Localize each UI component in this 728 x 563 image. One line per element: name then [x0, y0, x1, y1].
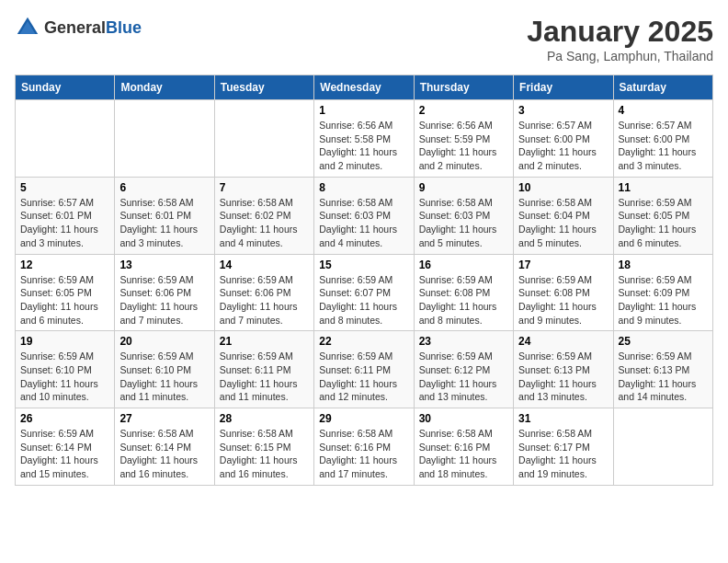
day-number: 5	[20, 181, 109, 194]
day-info: Sunrise: 6:58 AMSunset: 6:03 PMDaylight:…	[419, 196, 508, 250]
calendar-cell: 17Sunrise: 6:59 AMSunset: 6:08 PMDayligh…	[514, 254, 613, 331]
calendar-cell: 3Sunrise: 6:57 AMSunset: 6:00 PMDaylight…	[514, 100, 613, 178]
day-info: Sunrise: 6:57 AMSunset: 6:01 PMDaylight:…	[20, 196, 109, 250]
day-info: Sunrise: 6:56 AMSunset: 5:58 PMDaylight:…	[319, 119, 408, 173]
day-number: 23	[419, 335, 508, 348]
day-number: 21	[220, 335, 309, 348]
title-block: January 2025 Pa Sang, Lamphun, Thailand	[527, 15, 713, 63]
day-number: 1	[319, 104, 408, 117]
day-info: Sunrise: 6:59 AMSunset: 6:11 PMDaylight:…	[220, 350, 309, 404]
calendar-cell: 15Sunrise: 6:59 AMSunset: 6:07 PMDayligh…	[314, 254, 414, 331]
day-number: 4	[619, 104, 708, 117]
day-info: Sunrise: 6:59 AMSunset: 6:08 PMDaylight:…	[419, 273, 508, 327]
day-number: 25	[619, 335, 708, 348]
calendar-cell: 12Sunrise: 6:59 AMSunset: 6:05 PMDayligh…	[16, 254, 115, 331]
calendar-cell	[613, 408, 712, 486]
calendar-cell: 7Sunrise: 6:58 AMSunset: 6:02 PMDaylight…	[214, 177, 313, 254]
day-info: Sunrise: 6:57 AMSunset: 6:00 PMDaylight:…	[518, 119, 608, 173]
calendar-week-row: 5Sunrise: 6:57 AMSunset: 6:01 PMDaylight…	[16, 177, 713, 254]
day-number: 14	[220, 259, 309, 271]
day-number: 20	[119, 335, 209, 348]
day-info: Sunrise: 6:59 AMSunset: 6:10 PMDaylight:…	[20, 350, 109, 404]
day-info: Sunrise: 6:58 AMSunset: 6:16 PMDaylight:…	[319, 427, 408, 481]
logo-icon	[15, 15, 40, 40]
calendar-cell: 8Sunrise: 6:58 AMSunset: 6:03 PMDaylight…	[314, 177, 414, 254]
day-info: Sunrise: 6:58 AMSunset: 6:01 PMDaylight:…	[119, 196, 209, 250]
weekday-header-sunday: Sunday	[16, 75, 115, 100]
day-number: 19	[20, 335, 109, 348]
calendar-cell: 22Sunrise: 6:59 AMSunset: 6:11 PMDayligh…	[314, 331, 414, 408]
day-info: Sunrise: 6:58 AMSunset: 6:16 PMDaylight:…	[419, 427, 508, 481]
day-info: Sunrise: 6:58 AMSunset: 6:14 PMDaylight:…	[119, 427, 209, 481]
day-info: Sunrise: 6:59 AMSunset: 6:11 PMDaylight:…	[319, 350, 408, 404]
day-number: 7	[220, 181, 309, 194]
day-info: Sunrise: 6:58 AMSunset: 6:17 PMDaylight:…	[518, 427, 608, 481]
day-number: 9	[419, 181, 508, 194]
calendar-cell: 30Sunrise: 6:58 AMSunset: 6:16 PMDayligh…	[414, 408, 513, 486]
calendar-cell: 4Sunrise: 6:57 AMSunset: 6:00 PMDaylight…	[613, 100, 712, 178]
day-number: 22	[319, 335, 408, 348]
calendar-cell: 28Sunrise: 6:58 AMSunset: 6:15 PMDayligh…	[214, 408, 313, 486]
calendar-week-row: 26Sunrise: 6:59 AMSunset: 6:14 PMDayligh…	[16, 408, 713, 486]
calendar-cell: 18Sunrise: 6:59 AMSunset: 6:09 PMDayligh…	[613, 254, 712, 331]
day-info: Sunrise: 6:58 AMSunset: 6:04 PMDaylight:…	[518, 196, 608, 250]
calendar-cell: 10Sunrise: 6:58 AMSunset: 6:04 PMDayligh…	[514, 177, 613, 254]
logo: GeneralBlue	[15, 15, 142, 40]
weekday-header-thursday: Thursday	[414, 75, 513, 100]
calendar-cell: 21Sunrise: 6:59 AMSunset: 6:11 PMDayligh…	[214, 331, 313, 408]
day-info: Sunrise: 6:59 AMSunset: 6:14 PMDaylight:…	[20, 427, 109, 481]
calendar-cell: 23Sunrise: 6:59 AMSunset: 6:12 PMDayligh…	[414, 331, 513, 408]
day-info: Sunrise: 6:58 AMSunset: 6:03 PMDaylight:…	[319, 196, 408, 250]
calendar-cell: 9Sunrise: 6:58 AMSunset: 6:03 PMDaylight…	[414, 177, 513, 254]
calendar-table: SundayMondayTuesdayWednesdayThursdayFrid…	[15, 75, 713, 486]
calendar-cell	[16, 100, 115, 178]
day-number: 16	[419, 259, 508, 271]
day-info: Sunrise: 6:56 AMSunset: 5:59 PMDaylight:…	[419, 119, 508, 173]
weekday-header-monday: Monday	[115, 75, 214, 100]
calendar-cell: 24Sunrise: 6:59 AMSunset: 6:13 PMDayligh…	[514, 331, 613, 408]
day-number: 26	[20, 412, 109, 425]
day-info: Sunrise: 6:59 AMSunset: 6:13 PMDaylight:…	[619, 350, 708, 404]
calendar-cell: 6Sunrise: 6:58 AMSunset: 6:01 PMDaylight…	[115, 177, 214, 254]
day-info: Sunrise: 6:59 AMSunset: 6:05 PMDaylight:…	[20, 273, 109, 327]
page-header: GeneralBlue January 2025 Pa Sang, Lamphu…	[15, 15, 713, 63]
day-number: 11	[619, 181, 708, 194]
day-info: Sunrise: 6:59 AMSunset: 6:08 PMDaylight:…	[518, 273, 608, 327]
calendar-cell: 26Sunrise: 6:59 AMSunset: 6:14 PMDayligh…	[16, 408, 115, 486]
location-title: Pa Sang, Lamphun, Thailand	[527, 49, 713, 63]
day-info: Sunrise: 6:59 AMSunset: 6:05 PMDaylight:…	[619, 196, 708, 250]
calendar-cell: 31Sunrise: 6:58 AMSunset: 6:17 PMDayligh…	[514, 408, 613, 486]
day-info: Sunrise: 6:59 AMSunset: 6:06 PMDaylight:…	[220, 273, 309, 327]
day-number: 30	[419, 412, 508, 425]
calendar-cell: 27Sunrise: 6:58 AMSunset: 6:14 PMDayligh…	[115, 408, 214, 486]
day-number: 15	[319, 259, 408, 271]
day-info: Sunrise: 6:59 AMSunset: 6:06 PMDaylight:…	[119, 273, 209, 327]
day-number: 10	[518, 181, 608, 194]
calendar-cell: 11Sunrise: 6:59 AMSunset: 6:05 PMDayligh…	[613, 177, 712, 254]
day-info: Sunrise: 6:59 AMSunset: 6:13 PMDaylight:…	[518, 350, 608, 404]
calendar-cell: 1Sunrise: 6:56 AMSunset: 5:58 PMDaylight…	[314, 100, 414, 178]
day-number: 27	[119, 412, 209, 425]
weekday-header-saturday: Saturday	[613, 75, 712, 100]
day-number: 3	[518, 104, 608, 117]
day-info: Sunrise: 6:59 AMSunset: 6:12 PMDaylight:…	[419, 350, 508, 404]
calendar-cell	[214, 100, 313, 178]
day-number: 28	[220, 412, 309, 425]
calendar-cell	[115, 100, 214, 178]
day-info: Sunrise: 6:58 AMSunset: 6:02 PMDaylight:…	[220, 196, 309, 250]
month-title: January 2025	[527, 15, 713, 49]
day-number: 31	[518, 412, 608, 425]
logo-text-blue: Blue	[106, 18, 142, 37]
weekday-header-tuesday: Tuesday	[214, 75, 313, 100]
calendar-cell: 16Sunrise: 6:59 AMSunset: 6:08 PMDayligh…	[414, 254, 513, 331]
day-number: 24	[518, 335, 608, 348]
day-info: Sunrise: 6:59 AMSunset: 6:07 PMDaylight:…	[319, 273, 408, 327]
calendar-cell: 20Sunrise: 6:59 AMSunset: 6:10 PMDayligh…	[115, 331, 214, 408]
calendar-cell: 2Sunrise: 6:56 AMSunset: 5:59 PMDaylight…	[414, 100, 513, 178]
day-number: 18	[619, 259, 708, 271]
day-info: Sunrise: 6:59 AMSunset: 6:09 PMDaylight:…	[619, 273, 708, 327]
calendar-cell: 19Sunrise: 6:59 AMSunset: 6:10 PMDayligh…	[16, 331, 115, 408]
day-number: 12	[20, 259, 109, 271]
day-number: 6	[119, 181, 209, 194]
day-info: Sunrise: 6:58 AMSunset: 6:15 PMDaylight:…	[220, 427, 309, 481]
